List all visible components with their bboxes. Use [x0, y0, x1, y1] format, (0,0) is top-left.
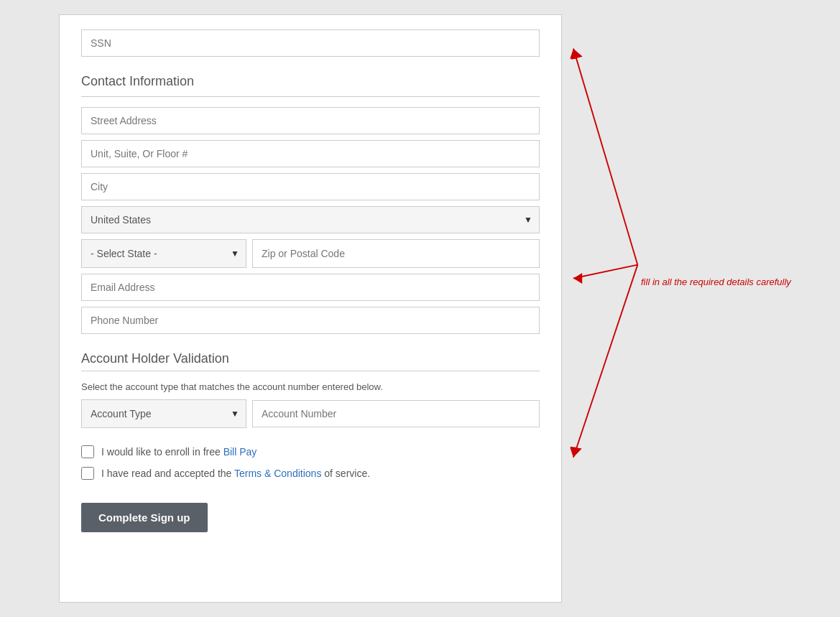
unit-input[interactable]	[81, 140, 540, 167]
state-select-wrapper: - Select State - Alabama Alaska Arizona …	[81, 239, 246, 268]
country-select-wrapper: United States Canada Other ▼	[81, 206, 540, 233]
contact-section-title: Contact Information	[81, 74, 540, 89]
svg-marker-2	[570, 49, 576, 59]
annotation-text: fill in all the required details careful…	[641, 277, 791, 287]
terms-link[interactable]: Terms & Conditions	[234, 468, 321, 479]
account-type-select[interactable]: Account Type Checking Savings Money Mark…	[81, 399, 246, 428]
account-row: Account Type Checking Savings Money Mark…	[81, 399, 540, 428]
contact-section: Contact Information United States Canada…	[81, 74, 540, 340]
account-section-title: Account Holder Validation	[81, 351, 540, 366]
bill-pay-row: I would like to enroll in free Bill Pay	[81, 445, 540, 458]
account-type-select-wrapper: Account Type Checking Savings Money Mark…	[81, 399, 246, 428]
svg-line-5	[573, 265, 637, 458]
city-input[interactable]	[81, 173, 540, 200]
ssn-row	[81, 29, 540, 62]
annotation-area: fill in all the required details careful…	[562, 14, 835, 603]
arrows-svg	[562, 22, 835, 603]
complete-signup-button[interactable]: Complete Sign up	[81, 503, 208, 532]
email-input[interactable]	[81, 274, 540, 301]
terms-label: I have read and accepted the Terms & Con…	[101, 468, 370, 479]
checkboxes-section: I would like to enroll in free Bill Pay …	[81, 445, 540, 480]
account-holder-section: Account Holder Validation Select the acc…	[81, 351, 540, 428]
contact-divider	[81, 96, 540, 97]
ssn-input[interactable]	[81, 29, 540, 57]
annotation-container: fill in all the required details careful…	[562, 22, 835, 603]
svg-line-0	[573, 49, 637, 265]
account-number-input[interactable]	[252, 400, 540, 427]
svg-line-3	[573, 265, 637, 279]
terms-row: I have read and accepted the Terms & Con…	[81, 467, 540, 480]
zip-input[interactable]	[252, 239, 540, 268]
svg-marker-1	[569, 47, 583, 60]
phone-input[interactable]	[81, 307, 540, 334]
account-divider	[81, 371, 540, 371]
account-subtitle: Select the account type that matches the…	[81, 381, 540, 392]
state-zip-row: - Select State - Alabama Alaska Arizona …	[81, 239, 540, 268]
street-address-input[interactable]	[81, 107, 540, 134]
main-form: Contact Information United States Canada…	[59, 14, 562, 603]
svg-marker-6	[568, 447, 581, 459]
svg-marker-7	[570, 447, 576, 458]
bill-pay-link[interactable]: Bill Pay	[223, 446, 257, 458]
state-select[interactable]: - Select State - Alabama Alaska Arizona …	[81, 239, 246, 268]
country-select[interactable]: United States Canada Other	[81, 206, 540, 233]
bill-pay-label: I would like to enroll in free Bill Pay	[101, 446, 257, 458]
svg-marker-4	[573, 273, 582, 284]
terms-checkbox[interactable]	[81, 467, 94, 480]
bill-pay-checkbox[interactable]	[81, 445, 94, 458]
